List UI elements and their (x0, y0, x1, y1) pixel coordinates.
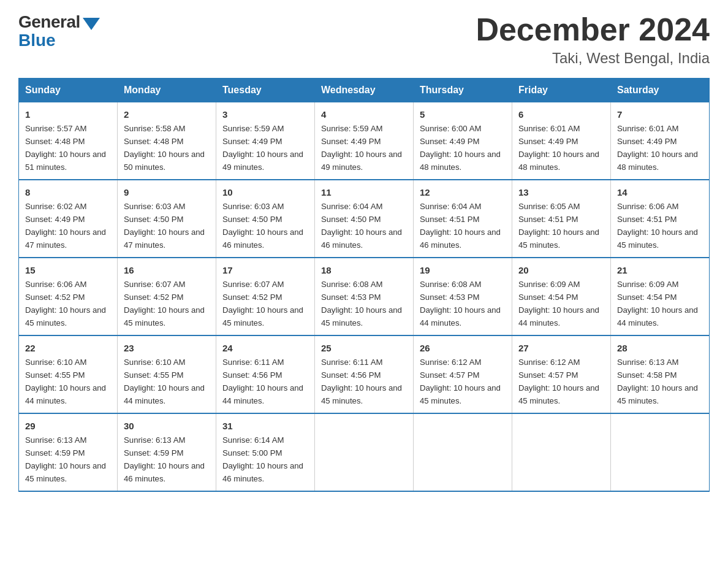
day-info: Sunrise: 6:13 AMSunset: 4:59 PMDaylight:… (124, 435, 205, 483)
day-cell: 10Sunrise: 6:03 AMSunset: 4:50 PMDayligh… (216, 180, 315, 258)
day-cell: 1Sunrise: 5:57 AMSunset: 4:48 PMDaylight… (19, 102, 118, 180)
day-info: Sunrise: 6:09 AMSunset: 4:54 PMDaylight:… (617, 280, 698, 327)
day-number: 4 (321, 107, 407, 121)
logo-top: General (18, 12, 100, 32)
day-info: Sunrise: 6:13 AMSunset: 4:59 PMDaylight:… (25, 435, 106, 483)
day-number: 8 (25, 185, 111, 199)
week-row-3: 15Sunrise: 6:06 AMSunset: 4:52 PMDayligh… (19, 258, 710, 335)
day-info: Sunrise: 6:04 AMSunset: 4:51 PMDaylight:… (420, 202, 501, 250)
day-number: 24 (222, 341, 308, 355)
day-cell: 3Sunrise: 5:59 AMSunset: 4:49 PMDaylight… (216, 102, 315, 180)
day-info: Sunrise: 6:03 AMSunset: 4:50 PMDaylight:… (124, 202, 205, 250)
header-tuesday: Tuesday (216, 79, 315, 102)
day-cell: 2Sunrise: 5:58 AMSunset: 4:48 PMDaylight… (118, 102, 216, 180)
day-number: 2 (124, 107, 210, 121)
day-info: Sunrise: 6:07 AMSunset: 4:52 PMDaylight:… (124, 280, 205, 327)
week-row-2: 8Sunrise: 6:02 AMSunset: 4:49 PMDaylight… (19, 180, 710, 258)
page-header: General Blue December 2024 Taki, West Be… (18, 12, 710, 67)
day-cell (611, 413, 710, 491)
day-info: Sunrise: 5:59 AMSunset: 4:49 PMDaylight:… (321, 124, 402, 172)
day-cell: 20Sunrise: 6:09 AMSunset: 4:54 PMDayligh… (512, 258, 611, 335)
day-cell: 22Sunrise: 6:10 AMSunset: 4:55 PMDayligh… (19, 335, 118, 413)
week-row-1: 1Sunrise: 5:57 AMSunset: 4:48 PMDaylight… (19, 102, 710, 180)
day-number: 27 (518, 341, 604, 355)
day-info: Sunrise: 6:11 AMSunset: 4:56 PMDaylight:… (321, 358, 402, 405)
day-info: Sunrise: 6:01 AMSunset: 4:49 PMDaylight:… (617, 124, 698, 172)
day-number: 20 (518, 263, 604, 277)
day-info: Sunrise: 6:03 AMSunset: 4:50 PMDaylight:… (222, 202, 303, 250)
calendar-header: SundayMondayTuesdayWednesdayThursdayFrid… (19, 79, 710, 102)
day-info: Sunrise: 6:01 AMSunset: 4:49 PMDaylight:… (518, 124, 599, 172)
calendar-table: SundayMondayTuesdayWednesdayThursdayFrid… (18, 78, 710, 492)
logo-blue-text: Blue (18, 31, 56, 50)
header-sunday: Sunday (19, 79, 118, 102)
day-info: Sunrise: 6:14 AMSunset: 5:00 PMDaylight:… (222, 435, 303, 483)
day-info: Sunrise: 6:06 AMSunset: 4:52 PMDaylight:… (25, 280, 106, 327)
day-info: Sunrise: 6:06 AMSunset: 4:51 PMDaylight:… (617, 202, 698, 250)
day-number: 10 (222, 185, 308, 199)
month-title: December 2024 (476, 12, 710, 47)
day-number: 30 (124, 419, 210, 433)
day-cell: 30Sunrise: 6:13 AMSunset: 4:59 PMDayligh… (118, 413, 216, 491)
header-monday: Monday (118, 79, 216, 102)
header-saturday: Saturday (611, 79, 710, 102)
day-number: 15 (25, 263, 111, 277)
day-info: Sunrise: 6:13 AMSunset: 4:58 PMDaylight:… (617, 358, 698, 405)
day-info: Sunrise: 6:02 AMSunset: 4:49 PMDaylight:… (25, 202, 106, 250)
logo-arrow-icon (83, 18, 100, 30)
day-cell: 14Sunrise: 6:06 AMSunset: 4:51 PMDayligh… (611, 180, 710, 258)
day-number: 28 (617, 341, 703, 355)
day-cell: 16Sunrise: 6:07 AMSunset: 4:52 PMDayligh… (118, 258, 216, 335)
day-number: 5 (420, 107, 506, 121)
day-number: 26 (420, 341, 506, 355)
day-cell (512, 413, 611, 491)
day-cell: 29Sunrise: 6:13 AMSunset: 4:59 PMDayligh… (19, 413, 118, 491)
location-title: Taki, West Bengal, India (476, 50, 710, 67)
day-cell: 7Sunrise: 6:01 AMSunset: 4:49 PMDaylight… (611, 102, 710, 180)
day-info: Sunrise: 6:12 AMSunset: 4:57 PMDaylight:… (420, 358, 501, 405)
day-info: Sunrise: 6:09 AMSunset: 4:54 PMDaylight:… (518, 280, 599, 327)
day-cell: 28Sunrise: 6:13 AMSunset: 4:58 PMDayligh… (611, 335, 710, 413)
day-info: Sunrise: 6:07 AMSunset: 4:52 PMDaylight:… (222, 280, 303, 327)
day-cell: 4Sunrise: 5:59 AMSunset: 4:49 PMDaylight… (315, 102, 414, 180)
day-cell: 17Sunrise: 6:07 AMSunset: 4:52 PMDayligh… (216, 258, 315, 335)
day-cell: 23Sunrise: 6:10 AMSunset: 4:55 PMDayligh… (118, 335, 216, 413)
day-cell (414, 413, 512, 491)
title-section: December 2024 Taki, West Bengal, India (476, 12, 710, 67)
day-cell: 6Sunrise: 6:01 AMSunset: 4:49 PMDaylight… (512, 102, 611, 180)
day-cell: 31Sunrise: 6:14 AMSunset: 5:00 PMDayligh… (216, 413, 315, 491)
day-cell: 18Sunrise: 6:08 AMSunset: 4:53 PMDayligh… (315, 258, 414, 335)
week-row-4: 22Sunrise: 6:10 AMSunset: 4:55 PMDayligh… (19, 335, 710, 413)
day-cell: 9Sunrise: 6:03 AMSunset: 4:50 PMDaylight… (118, 180, 216, 258)
header-friday: Friday (512, 79, 611, 102)
day-info: Sunrise: 6:12 AMSunset: 4:57 PMDaylight:… (518, 358, 599, 405)
day-cell: 8Sunrise: 6:02 AMSunset: 4:49 PMDaylight… (19, 180, 118, 258)
day-cell: 24Sunrise: 6:11 AMSunset: 4:56 PMDayligh… (216, 335, 315, 413)
day-info: Sunrise: 5:59 AMSunset: 4:49 PMDaylight:… (222, 124, 303, 172)
day-number: 22 (25, 341, 111, 355)
day-number: 18 (321, 263, 407, 277)
day-number: 29 (25, 419, 111, 433)
day-number: 3 (222, 107, 308, 121)
day-number: 7 (617, 107, 703, 121)
day-number: 25 (321, 341, 407, 355)
day-cell: 26Sunrise: 6:12 AMSunset: 4:57 PMDayligh… (414, 335, 512, 413)
header-row: SundayMondayTuesdayWednesdayThursdayFrid… (19, 79, 710, 102)
day-cell: 12Sunrise: 6:04 AMSunset: 4:51 PMDayligh… (414, 180, 512, 258)
day-number: 14 (617, 185, 703, 199)
day-info: Sunrise: 6:11 AMSunset: 4:56 PMDaylight:… (222, 358, 303, 405)
day-number: 11 (321, 185, 407, 199)
day-info: Sunrise: 6:08 AMSunset: 4:53 PMDaylight:… (420, 280, 501, 327)
week-row-5: 29Sunrise: 6:13 AMSunset: 4:59 PMDayligh… (19, 413, 710, 491)
day-number: 9 (124, 185, 210, 199)
day-cell: 13Sunrise: 6:05 AMSunset: 4:51 PMDayligh… (512, 180, 611, 258)
day-number: 17 (222, 263, 308, 277)
day-number: 6 (518, 107, 604, 121)
day-cell: 11Sunrise: 6:04 AMSunset: 4:50 PMDayligh… (315, 180, 414, 258)
header-wednesday: Wednesday (315, 79, 414, 102)
day-info: Sunrise: 5:57 AMSunset: 4:48 PMDaylight:… (25, 124, 106, 172)
day-info: Sunrise: 6:10 AMSunset: 4:55 PMDaylight:… (25, 358, 106, 405)
day-cell: 25Sunrise: 6:11 AMSunset: 4:56 PMDayligh… (315, 335, 414, 413)
day-info: Sunrise: 6:08 AMSunset: 4:53 PMDaylight:… (321, 280, 402, 327)
day-number: 13 (518, 185, 604, 199)
